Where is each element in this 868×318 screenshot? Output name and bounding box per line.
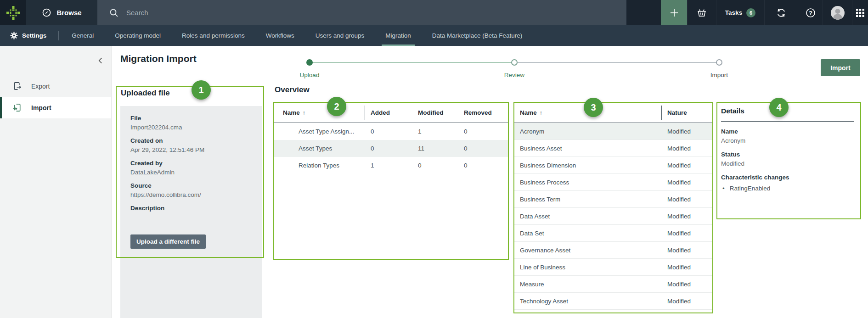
sync-icon: [776, 7, 787, 18]
column-header-modified[interactable]: Modified: [418, 109, 464, 116]
nav-tab-operating-model[interactable]: Operating model: [115, 25, 161, 46]
cell-name: Relation Types: [283, 162, 365, 169]
table-row[interactable]: Asset Type Assign... 0 1 0: [274, 123, 508, 140]
avatar-button[interactable]: [823, 0, 852, 25]
field-label: Description: [130, 205, 252, 212]
cell-added: 0: [365, 128, 418, 135]
sync-button[interactable]: [764, 0, 798, 25]
column-header-added[interactable]: Added: [365, 109, 418, 116]
field: Created by DataLakeAdmin: [130, 160, 252, 176]
nav-tab-migration[interactable]: Migration: [385, 25, 411, 46]
tasks-label: Tasks: [725, 9, 742, 16]
settings-label: Settings: [22, 32, 46, 39]
column-header-removed[interactable]: Removed: [464, 109, 508, 116]
browse-button[interactable]: Browse: [26, 0, 97, 25]
cell-modified: 1: [418, 128, 464, 135]
cell-nature: Modified: [661, 247, 712, 254]
table-row[interactable]: Asset Types 0 11 0: [274, 140, 508, 157]
search-bar[interactable]: [97, 0, 626, 25]
field-label: File: [130, 115, 252, 122]
stepper-line-pending: [514, 62, 719, 63]
gear-icon: [10, 32, 18, 39]
uploaded-file-fields: File Import202204.cma Created on Apr 29,…: [130, 115, 252, 221]
field-value: [130, 214, 252, 221]
collibra-logo[interactable]: [0, 0, 26, 25]
cell-removed: 0: [464, 128, 508, 135]
table-row[interactable]: Measure Modified: [514, 276, 712, 293]
table-row[interactable]: Business Asset Modified: [514, 140, 712, 157]
help-button[interactable]: ?: [798, 0, 823, 25]
sidebar-item-import[interactable]: Import: [0, 97, 111, 118]
step-circle-import: [716, 59, 722, 66]
nature-table: Name↑ Nature Acronym Modified Business A…: [514, 103, 712, 310]
cell-removed: 0: [464, 145, 508, 152]
details-panel: Details Name Acronym Status Modified Cha…: [721, 107, 856, 192]
table-row[interactable]: Technology Asset Modified: [514, 293, 712, 310]
step-circle-review: [511, 59, 518, 66]
table-row[interactable]: Governance Asset Modified: [514, 242, 712, 259]
compass-icon: [42, 8, 51, 17]
cell-name: Business Dimension: [520, 162, 661, 169]
sidebar: Export Import: [0, 46, 112, 318]
table-row[interactable]: Acronym Modified: [514, 123, 712, 140]
cell-name: Data Set: [520, 230, 661, 237]
bullet-icon: •: [722, 185, 725, 192]
page-title: Migration Import: [120, 53, 197, 64]
nav-tab-users-and-groups[interactable]: Users and groups: [316, 25, 365, 46]
table-row[interactable]: Business Term Modified: [514, 191, 712, 208]
nav-settings[interactable]: Settings: [10, 32, 46, 39]
search-input[interactable]: [125, 8, 626, 17]
tasks-count-badge: 6: [746, 8, 755, 17]
field-label: Source: [130, 182, 252, 189]
overview-table-header: Name↑ Added Modified Removed: [274, 103, 508, 123]
svg-text:?: ?: [809, 10, 812, 16]
nav-tab-workflows[interactable]: Workflows: [266, 25, 294, 46]
browse-label: Browse: [56, 9, 81, 17]
table-row[interactable]: Business Process Modified: [514, 174, 712, 191]
cell-nature: Modified: [661, 213, 712, 220]
field: Created on Apr 29, 2022, 12:51:46 PM: [130, 137, 252, 154]
export-icon: [12, 81, 22, 91]
cell-name: Governance Asset: [520, 247, 661, 254]
annotation-number-4: 4: [769, 98, 789, 117]
nav-tab-general[interactable]: General: [72, 25, 94, 46]
table-row[interactable]: Line of Business Modified: [514, 259, 712, 276]
table-row[interactable]: Data Set Modified: [514, 225, 712, 242]
tasks-button[interactable]: Tasks 6: [716, 0, 764, 25]
search-icon: [109, 8, 118, 17]
nav-tab-data-marketplace-beta-feature[interactable]: Data Marketplace (Beta Feature): [432, 25, 523, 46]
sidebar-item-export[interactable]: Export: [0, 75, 111, 97]
characteristic-changes-list: •RatingEnabled: [721, 185, 856, 192]
field-label: Status: [721, 151, 856, 158]
nav-tab-roles-and-permissions[interactable]: Roles and permissions: [182, 25, 245, 46]
field-label: Created by: [130, 160, 252, 167]
cell-removed: 0: [464, 162, 508, 169]
cell-name: Technology Asset: [520, 298, 661, 305]
import-button[interactable]: Import: [821, 59, 860, 76]
upload-different-file-button[interactable]: Upload a different file: [130, 234, 206, 249]
sidebar-collapse-button[interactable]: [97, 56, 103, 65]
column-divider[interactable]: [661, 106, 662, 120]
cell-name: Measure: [520, 281, 661, 288]
plus-icon: [670, 8, 679, 17]
step-label-import: Import: [696, 72, 742, 78]
field: Description: [130, 205, 252, 221]
add-button[interactable]: [661, 0, 687, 25]
table-row[interactable]: Data Asset Modified: [514, 208, 712, 225]
basket-icon: [696, 7, 707, 18]
characteristic-changes-label: Characteristic changes: [721, 174, 856, 181]
column-header-nature[interactable]: Nature: [661, 109, 712, 116]
help-icon: ?: [805, 7, 816, 18]
basket-button[interactable]: [687, 0, 716, 25]
column-divider[interactable]: [365, 106, 365, 120]
cell-nature: Modified: [661, 128, 712, 135]
field: Name Acronym: [721, 128, 856, 145]
nature-table-header: Name↑ Nature: [514, 103, 712, 123]
column-header-name[interactable]: Name↑: [283, 109, 365, 116]
overview-heading: Overview: [275, 85, 310, 95]
field: Source https://demo.collibra.com/: [130, 182, 252, 199]
table-row[interactable]: Relation Types 1 0 0: [274, 157, 508, 174]
table-row[interactable]: Business Dimension Modified: [514, 157, 712, 174]
apps-grid-button[interactable]: [852, 0, 868, 25]
sidebar-items: Export Import: [0, 75, 111, 118]
